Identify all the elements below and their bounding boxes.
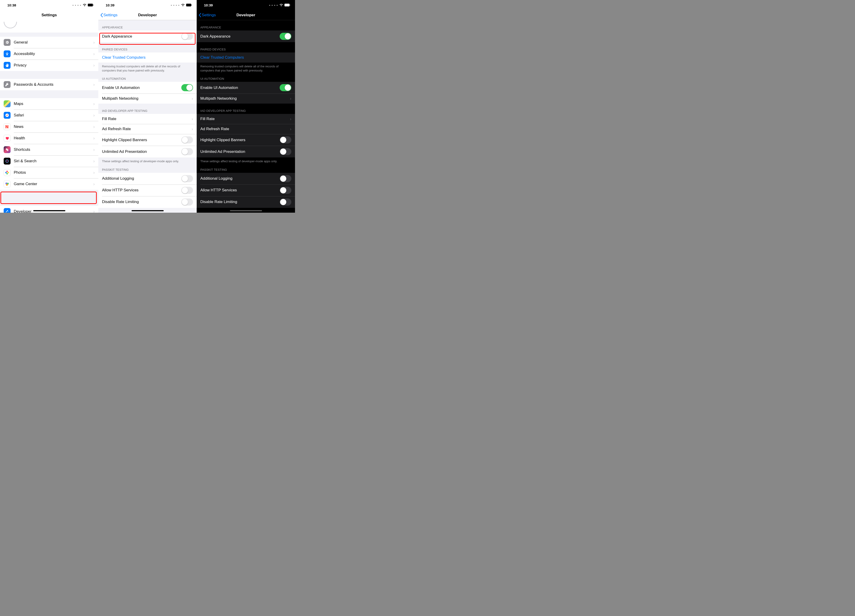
home-indicator[interactable]: [230, 210, 262, 211]
row-allow-http[interactable]: Allow HTTP Services: [98, 184, 197, 196]
back-button[interactable]: Settings: [100, 13, 117, 17]
disable-rate-switch[interactable]: [181, 198, 193, 205]
settings-item-passwords[interactable]: Passwords & Accounts ›: [0, 79, 98, 90]
disable-rate-switch[interactable]: [280, 198, 291, 205]
developer-list[interactable]: APPEARANCE Dark Appearance PAIRED DEVICE…: [197, 20, 295, 213]
section-header-ui: UI AUTOMATION: [197, 74, 295, 82]
clock: 10:39: [106, 3, 114, 7]
page-title: Developer: [138, 13, 157, 17]
allow-http-switch[interactable]: [280, 187, 291, 194]
row-highlight-clipped[interactable]: Highlight Clipped Banners: [197, 134, 295, 146]
row-label: Privacy: [14, 63, 92, 67]
settings-item-general[interactable]: General ›: [0, 37, 98, 48]
row-enable-ui-automation[interactable]: Enable UI Automation: [197, 82, 295, 93]
row-label: Passwords & Accounts: [14, 82, 92, 87]
row-dark-appearance[interactable]: Dark Appearance: [98, 31, 197, 42]
additional-logging-switch[interactable]: [280, 175, 291, 182]
row-unlimited-ad[interactable]: Unlimited Ad Presentation: [197, 146, 295, 158]
chevron-right-icon: ›: [93, 52, 95, 57]
dark-appearance-switch[interactable]: [181, 33, 193, 40]
chevron-left-icon: [199, 13, 201, 17]
back-label: Settings: [202, 13, 216, 17]
cell-signal-icon: ● ● ● ●: [269, 4, 278, 6]
row-additional-logging[interactable]: Additional Logging: [197, 173, 295, 184]
row-label: Photos: [14, 170, 92, 175]
highlight-clipped-switch[interactable]: [181, 136, 193, 144]
row-label: Allow HTTP Services: [200, 188, 280, 193]
row-ad-refresh-rate[interactable]: Ad Refresh Rate ›: [98, 124, 197, 134]
news-icon: [4, 123, 11, 130]
row-highlight-clipped[interactable]: Highlight Clipped Banners: [98, 134, 197, 146]
hammer-icon: [4, 208, 11, 213]
settings-item-maps[interactable]: Maps ›: [0, 98, 98, 110]
home-indicator[interactable]: [33, 210, 65, 211]
svg-rect-0: [88, 4, 93, 6]
row-unlimited-ad[interactable]: Unlimited Ad Presentation: [98, 146, 197, 158]
unlimited-ad-switch[interactable]: [181, 148, 193, 155]
section-header-iad: IAD DEVELOPER APP TESTING: [197, 104, 295, 114]
settings-item-shortcuts[interactable]: Shortcuts ›: [0, 144, 98, 155]
section-header-appearance: APPEARANCE: [98, 20, 197, 31]
svg-point-8: [6, 171, 8, 172]
row-disable-rate-limiting[interactable]: Disable Rate Limiting: [197, 196, 295, 208]
nav-bar: Settings Developer: [197, 10, 295, 20]
siri-icon: [4, 158, 11, 164]
section-header-passkit: PASSKIT TESTING: [98, 165, 197, 173]
section-header-ui: UI AUTOMATION: [98, 74, 197, 82]
row-dark-appearance[interactable]: Dark Appearance: [197, 31, 295, 42]
row-clear-trusted[interactable]: Clear Trusted Computers: [98, 52, 197, 63]
allow-http-switch[interactable]: [181, 187, 193, 194]
svg-point-9: [8, 172, 9, 173]
enable-ui-switch[interactable]: [181, 84, 193, 91]
row-label: Allow HTTP Services: [102, 188, 181, 193]
battery-icon: [186, 4, 192, 6]
clock: 10:38: [7, 3, 16, 7]
row-additional-logging[interactable]: Additional Logging: [98, 173, 197, 184]
home-indicator[interactable]: [132, 210, 164, 211]
row-label: Ad Refresh Rate: [102, 127, 190, 131]
chevron-right-icon: ›: [93, 147, 95, 152]
settings-item-safari[interactable]: Safari ›: [0, 110, 98, 121]
additional-logging-switch[interactable]: [181, 175, 193, 182]
row-multipath-networking[interactable]: Multipath Networking ›: [98, 93, 197, 104]
row-label: Fill Rate: [102, 116, 190, 121]
settings-item-developer[interactable]: Developer ›: [0, 206, 98, 213]
row-allow-http[interactable]: Allow HTTP Services: [197, 184, 295, 196]
status-bar: 10:38 ● ● ● ●: [0, 0, 98, 10]
row-clear-trusted[interactable]: Clear Trusted Computers: [197, 52, 295, 63]
row-label: Clear Trusted Computers: [200, 55, 291, 60]
settings-item-siri[interactable]: Siri & Search ›: [0, 155, 98, 167]
unlimited-ad-switch[interactable]: [280, 148, 291, 155]
settings-list[interactable]: General › Accessibility › Privacy ›: [0, 20, 98, 213]
row-label: Maps: [14, 101, 92, 106]
chevron-right-icon: ›: [93, 101, 95, 106]
row-fill-rate[interactable]: Fill Rate ›: [197, 114, 295, 124]
photos-icon: [4, 169, 11, 176]
dark-appearance-switch[interactable]: [280, 33, 291, 40]
svg-point-2: [7, 52, 7, 53]
highlight-clipped-switch[interactable]: [280, 136, 291, 144]
row-multipath-networking[interactable]: Multipath Networking ›: [197, 93, 295, 104]
row-label: Highlight Clipped Banners: [102, 138, 181, 142]
back-button[interactable]: Settings: [199, 13, 216, 17]
row-ad-refresh-rate[interactable]: Ad Refresh Rate ›: [197, 124, 295, 134]
section-header-paired: PAIRED DEVICES: [98, 42, 197, 52]
gamecenter-icon: [4, 181, 11, 187]
row-fill-rate[interactable]: Fill Rate ›: [98, 114, 197, 124]
svg-rect-18: [290, 5, 290, 6]
settings-item-news[interactable]: News ›: [0, 121, 98, 132]
enable-ui-switch[interactable]: [280, 84, 291, 91]
partial-profile-row[interactable]: [0, 20, 98, 32]
row-enable-ui-automation[interactable]: Enable UI Automation: [98, 82, 197, 93]
developer-list[interactable]: APPEARANCE Dark Appearance PAIRED DEVICE…: [98, 20, 197, 213]
settings-item-privacy[interactable]: Privacy ›: [0, 60, 98, 71]
row-label: Fill Rate: [200, 116, 289, 121]
section-header-paired: PAIRED DEVICES: [197, 42, 295, 52]
svg-point-11: [5, 172, 7, 173]
settings-item-gamecenter[interactable]: Game Center ›: [0, 178, 98, 190]
settings-item-photos[interactable]: Photos ›: [0, 167, 98, 178]
wifi-icon: [181, 4, 185, 6]
settings-item-health[interactable]: Health ›: [0, 132, 98, 144]
row-disable-rate-limiting[interactable]: Disable Rate Limiting: [98, 196, 197, 208]
settings-item-accessibility[interactable]: Accessibility ›: [0, 48, 98, 60]
